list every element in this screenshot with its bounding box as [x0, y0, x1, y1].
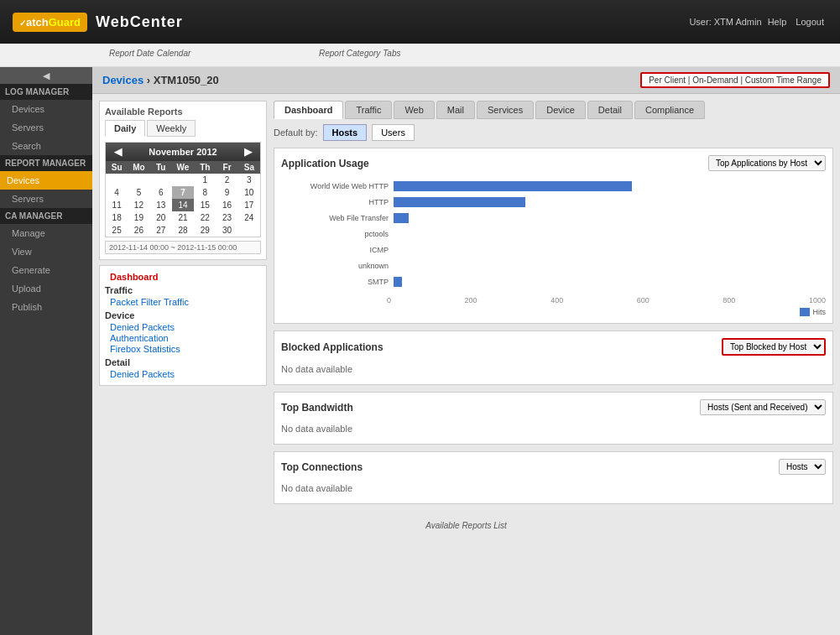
pivot-users-btn[interactable]: Users	[372, 124, 415, 141]
tab-detail[interactable]: Detail	[587, 101, 633, 119]
calendar-day-header: We	[172, 161, 194, 174]
calendar-day[interactable]: 15	[194, 199, 216, 211]
tab-traffic[interactable]: Traffic	[345, 101, 392, 119]
calendar-day[interactable]: 3	[238, 174, 260, 186]
calendar-day[interactable]: 27	[150, 224, 172, 237]
calendar-day[interactable]: 16	[216, 199, 237, 211]
bandwidth-dropdown[interactable]: Hosts (Sent and Received)	[700, 399, 826, 415]
calendar-day[interactable]: 10	[238, 186, 260, 199]
calendar-day[interactable]: 9	[216, 186, 237, 199]
content-area: Available Reports Daily Weekly ◀ Novembe…	[92, 94, 840, 518]
traffic-group-label: Traffic	[105, 285, 261, 295]
dashboard-report-link[interactable]: Dashboard	[110, 272, 261, 282]
calendar-day-header: Fr	[216, 161, 237, 174]
annotation-report-cat: Report Category Tabs	[319, 49, 400, 58]
right-panel: Dashboard Traffic Web Mail Services Devi…	[274, 101, 833, 511]
calendar-day[interactable]: 18	[106, 211, 128, 224]
chart-legend: Hits	[281, 308, 826, 316]
breadcrumb-devices-link[interactable]: Devices	[102, 74, 143, 86]
calendar-day[interactable]: 23	[216, 211, 237, 224]
calendar-day[interactable]: 1	[194, 174, 216, 186]
calendar-day[interactable]: 28	[172, 224, 194, 237]
sidebar-item-ca-manage[interactable]: Manage	[0, 224, 92, 242]
tab-device[interactable]: Device	[535, 101, 586, 119]
calendar-day[interactable]: 29	[194, 224, 216, 237]
calendar-month-label: November 2012	[149, 147, 217, 157]
sidebar-item-ca-generate[interactable]: Generate	[0, 261, 92, 279]
calendar-tabs: Daily Weekly	[105, 120, 261, 137]
sidebar-item-ca-upload[interactable]: Upload	[0, 279, 92, 298]
calendar-day[interactable]: 30	[216, 224, 237, 237]
sidebar-item-ca-view[interactable]: View	[0, 242, 92, 261]
sidebar-item-rep-devices[interactable]: Devices	[0, 171, 92, 190]
calendar-day[interactable]: 19	[128, 211, 149, 224]
calendar-next-btn[interactable]: ▶	[241, 146, 255, 158]
calendar-day[interactable]: 25	[106, 224, 128, 237]
blocked-apps-title: Blocked Applications	[281, 341, 383, 353]
packet-filter-link[interactable]: Packet Filter Traffic	[110, 297, 261, 307]
sidebar-item-log-search[interactable]: Search	[0, 137, 92, 155]
left-panel: Available Reports Daily Weekly ◀ Novembe…	[99, 101, 267, 511]
tab-mail[interactable]: Mail	[436, 101, 475, 119]
log-manager-section: LOG MANAGER	[0, 84, 92, 100]
calendar-day[interactable]: 26	[128, 224, 149, 237]
chart-bar	[394, 181, 632, 191]
legend-label: Hits	[813, 308, 827, 316]
sidebar-collapse-btn[interactable]: ◀	[0, 67, 92, 84]
chart-axis-label: 600	[637, 296, 650, 304]
calendar-day[interactable]: 17	[238, 199, 260, 211]
chart-bar	[394, 197, 525, 207]
tab-weekly[interactable]: Weekly	[147, 120, 196, 137]
logout-link[interactable]: Logout	[796, 17, 824, 27]
sidebar-item-rep-servers[interactable]: Servers	[0, 190, 92, 208]
main-layout: ◀ LOG MANAGER Devices Servers Search REP…	[0, 67, 840, 635]
blocked-apps-dropdown[interactable]: Top Blocked by Host	[722, 338, 826, 356]
calendar-day[interactable]: 4	[106, 186, 128, 199]
pivot-hosts-btn[interactable]: Hosts	[323, 124, 368, 141]
blocked-applications-widget: Blocked Applications Top Blocked by Host…	[274, 331, 833, 385]
available-reports-box: Available Reports Daily Weekly ◀ Novembe…	[99, 101, 267, 260]
calendar-day[interactable]: 5	[128, 186, 149, 199]
app-usage-dropdown[interactable]: Top Applications by Host	[708, 155, 826, 171]
app-usage-title: Application Usage	[281, 158, 369, 169]
generate-device-reports-btn[interactable]: Per Client | On-Demand | Custom Time Ran…	[640, 72, 830, 88]
tab-dashboard[interactable]: Dashboard	[274, 101, 343, 119]
calendar-day[interactable]: 11	[106, 199, 128, 211]
tab-services[interactable]: Services	[477, 101, 534, 119]
calendar-day-header: Su	[106, 161, 128, 174]
calendar-day[interactable]: 13	[150, 199, 172, 211]
calendar-day[interactable]: 24	[238, 211, 260, 224]
connections-dropdown[interactable]: Hosts	[779, 459, 826, 475]
calendar-day[interactable]: 7	[172, 186, 194, 199]
chart-row: pctools	[288, 227, 819, 241]
sidebar-item-ca-publish[interactable]: Publish	[0, 298, 92, 316]
denied-packets-link-1[interactable]: Denied Packets	[110, 322, 261, 332]
calendar-day[interactable]: 14	[172, 199, 194, 211]
denied-packets-link-2[interactable]: Denied Packets	[110, 369, 261, 379]
calendar-day[interactable]: 22	[194, 211, 216, 224]
firebox-stats-link[interactable]: Firebox Statistics	[110, 344, 261, 354]
calendar-prev-btn[interactable]: ◀	[111, 146, 125, 158]
calendar-day[interactable]: 2	[216, 174, 237, 186]
sidebar-item-log-servers[interactable]: Servers	[0, 118, 92, 137]
bandwidth-no-data: No data available	[281, 420, 826, 437]
tab-daily[interactable]: Daily	[105, 120, 145, 137]
tab-web[interactable]: Web	[394, 101, 434, 119]
authentication-link[interactable]: Authentication	[110, 333, 261, 343]
breadcrumb-separator: ›	[147, 74, 154, 86]
calendar-day[interactable]: 12	[128, 199, 149, 211]
chart-axis: 02004006008001000	[387, 296, 826, 304]
tab-compliance[interactable]: Compliance	[634, 101, 705, 119]
chart-bar-container	[394, 229, 819, 239]
sidebar-item-log-devices[interactable]: Devices	[0, 100, 92, 118]
chart-area: World Wide Web HTTPHTTPWeb File Transfer…	[281, 176, 826, 294]
chart-bar-label: World Wide Web HTTP	[288, 182, 389, 190]
reports-list-box: Dashboard Traffic Packet Filter Traffic …	[99, 265, 267, 386]
calendar-day[interactable]: 20	[150, 211, 172, 224]
watchguard-logo: ✓atchGuard	[13, 13, 87, 32]
calendar-day[interactable]: 21	[172, 211, 194, 224]
calendar-day[interactable]: 6	[150, 186, 172, 199]
calendar-day[interactable]: 8	[194, 186, 216, 199]
top-connections-widget: Top Connections Hosts No data available	[274, 451, 833, 504]
help-link[interactable]: Help	[768, 17, 787, 27]
